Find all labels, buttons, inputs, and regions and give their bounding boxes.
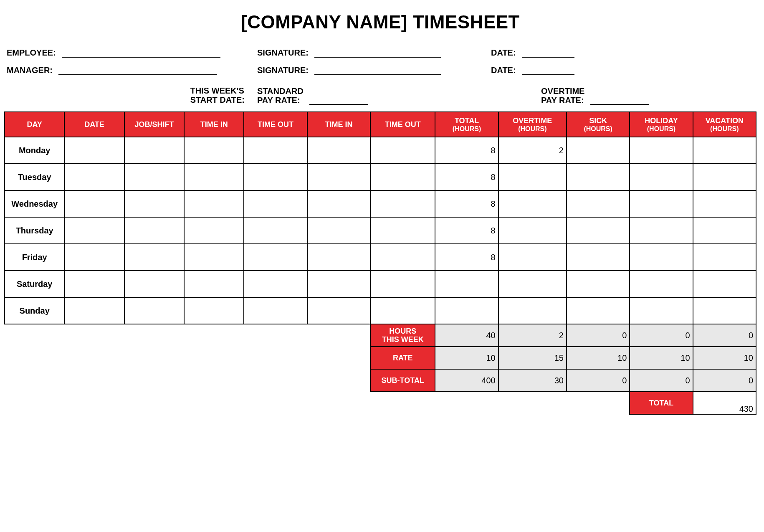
timein1-cell[interactable] — [184, 271, 244, 297]
manager-line[interactable] — [58, 65, 217, 75]
overtime-cell[interactable] — [498, 217, 567, 244]
timein2-cell[interactable] — [307, 244, 370, 271]
timein1-cell[interactable] — [184, 217, 244, 244]
timeout1-cell[interactable] — [244, 297, 307, 324]
date-cell[interactable] — [64, 271, 124, 297]
subtotal-overtime: 30 — [498, 369, 567, 392]
subtotal-label: SUB-TOTAL — [370, 369, 435, 392]
job-cell[interactable] — [124, 271, 184, 297]
total-cell[interactable]: 8 — [435, 244, 498, 271]
overtime-cell[interactable]: 2 — [498, 137, 567, 164]
timesheet-table: DAY DATE JOB/SHIFT TIME IN TIME OUT TIME… — [4, 111, 756, 415]
total-cell[interactable] — [435, 297, 498, 324]
manager-signature-line[interactable] — [314, 65, 441, 75]
holiday-cell[interactable] — [630, 217, 693, 244]
date-cell[interactable] — [64, 244, 124, 271]
vacation-cell[interactable] — [693, 271, 756, 297]
col-timein-2: TIME IN — [307, 112, 370, 137]
overtime-cell[interactable] — [498, 164, 567, 190]
standard-rate-line[interactable] — [309, 95, 368, 105]
job-cell[interactable] — [124, 217, 184, 244]
day-cell: Sunday — [5, 297, 64, 324]
timeout2-cell[interactable] — [370, 164, 435, 190]
timein2-cell[interactable] — [307, 271, 370, 297]
date-cell[interactable] — [64, 217, 124, 244]
total-cell[interactable]: 8 — [435, 137, 498, 164]
holiday-cell[interactable] — [630, 190, 693, 217]
hours-this-week-label: HOURSTHIS WEEK — [370, 324, 435, 347]
vacation-cell[interactable] — [693, 217, 756, 244]
overtime-cell[interactable] — [498, 244, 567, 271]
timeout2-cell[interactable] — [370, 217, 435, 244]
timein2-cell[interactable] — [307, 137, 370, 164]
date-cell[interactable] — [64, 164, 124, 190]
total-cell[interactable] — [435, 271, 498, 297]
overtime-cell[interactable] — [498, 271, 567, 297]
timeout2-cell[interactable] — [370, 190, 435, 217]
timein1-cell[interactable] — [184, 137, 244, 164]
timein1-cell[interactable] — [184, 190, 244, 217]
sick-cell[interactable] — [567, 137, 630, 164]
overtime-cell[interactable] — [498, 297, 567, 324]
rate-overtime: 15 — [498, 347, 567, 369]
date-cell[interactable] — [64, 137, 124, 164]
timeout2-cell[interactable] — [370, 271, 435, 297]
day-cell: Saturday — [5, 271, 64, 297]
table-row: Wednesday8 — [5, 190, 756, 217]
timein2-cell[interactable] — [307, 297, 370, 324]
holiday-cell[interactable] — [630, 271, 693, 297]
timeout1-cell[interactable] — [244, 271, 307, 297]
vacation-cell[interactable] — [693, 164, 756, 190]
holiday-cell[interactable] — [630, 164, 693, 190]
signoff-block: EMPLOYEE: SIGNATURE: DATE: MANAGER: SIGN… — [7, 48, 756, 75]
holiday-cell[interactable] — [630, 137, 693, 164]
date-cell[interactable] — [64, 297, 124, 324]
timeout1-cell[interactable] — [244, 137, 307, 164]
employee-date-line[interactable] — [522, 48, 574, 58]
total-cell[interactable]: 8 — [435, 190, 498, 217]
manager-date-line[interactable] — [522, 65, 574, 75]
timeout1-cell[interactable] — [244, 190, 307, 217]
timeout1-cell[interactable] — [244, 217, 307, 244]
job-cell[interactable] — [124, 137, 184, 164]
holiday-cell[interactable] — [630, 297, 693, 324]
timein2-cell[interactable] — [307, 164, 370, 190]
total-cell[interactable]: 8 — [435, 217, 498, 244]
sick-cell[interactable] — [567, 271, 630, 297]
employee-line[interactable] — [62, 48, 220, 58]
total-cell[interactable]: 8 — [435, 164, 498, 190]
timein2-cell[interactable] — [307, 217, 370, 244]
timein1-cell[interactable] — [184, 164, 244, 190]
timeout1-cell[interactable] — [244, 244, 307, 271]
subtotal-sick: 0 — [567, 369, 630, 392]
timeout2-cell[interactable] — [370, 137, 435, 164]
overtime-cell[interactable] — [498, 190, 567, 217]
vacation-cell[interactable] — [693, 297, 756, 324]
job-cell[interactable] — [124, 164, 184, 190]
sick-cell[interactable] — [567, 190, 630, 217]
overtime-rate-line[interactable] — [590, 95, 649, 105]
employee-signature-line[interactable] — [314, 48, 441, 58]
timein2-cell[interactable] — [307, 190, 370, 217]
job-cell[interactable] — [124, 297, 184, 324]
timeout2-cell[interactable] — [370, 297, 435, 324]
timeout1-cell[interactable] — [244, 164, 307, 190]
job-cell[interactable] — [124, 244, 184, 271]
table-body: Monday82Tuesday8Wednesday8Thursday8Frida… — [5, 137, 756, 324]
holiday-cell[interactable] — [630, 244, 693, 271]
date-cell[interactable] — [64, 190, 124, 217]
employee-label: EMPLOYEE: — [7, 48, 56, 58]
sick-cell[interactable] — [567, 297, 630, 324]
sick-cell[interactable] — [567, 217, 630, 244]
sick-cell[interactable] — [567, 164, 630, 190]
vacation-cell[interactable] — [693, 190, 756, 217]
job-cell[interactable] — [124, 190, 184, 217]
manager-label: MANAGER: — [7, 66, 53, 75]
vacation-cell[interactable] — [693, 244, 756, 271]
timeout2-cell[interactable] — [370, 244, 435, 271]
vacation-cell[interactable] — [693, 137, 756, 164]
timein1-cell[interactable] — [184, 244, 244, 271]
timein1-cell[interactable] — [184, 297, 244, 324]
hours-sick: 0 — [567, 324, 630, 347]
sick-cell[interactable] — [567, 244, 630, 271]
